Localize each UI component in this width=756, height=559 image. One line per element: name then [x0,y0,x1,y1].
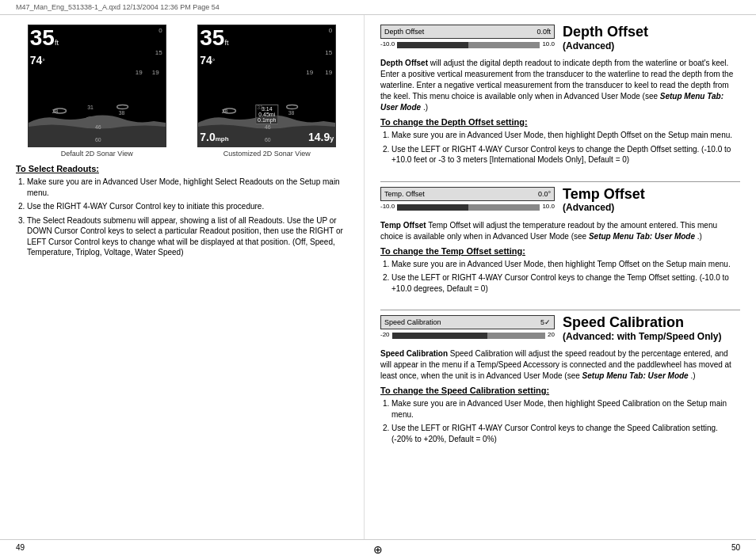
temp-offset-max: 10.0 [542,203,555,212]
speed-calibration-section: Speed Calibration 5✓ -20 20 [380,315,740,449]
temp-offset-box-value: 0.0° [535,190,554,198]
speed-cal-step-1: Make sure you are in Advanced User Mode,… [391,398,740,420]
temp-offset-header-row: Temp. Offset 0.0° -10.0 10.0 [380,187,740,217]
custom-temp-unit: ° [212,58,216,66]
depth-offset-menu-display: Depth Offset 0.0ft -10.0 10.0 [380,25,555,55]
custom-waypoint: 14.9y [308,131,334,143]
depth-offset-body: Depth Offset will adjust the digital dep… [380,58,740,113]
depth-offset-step-1: Make sure you are in Advanced User Mode,… [391,130,740,141]
temp-offset-min: -10.0 [380,203,395,212]
select-readouts-section: To Select Readouts: Make sure you are in… [16,164,348,263]
speed-cal-step-2: Use the LEFT or RIGHT 4-WAY Cursor Contr… [391,423,740,444]
speed-cal-body-italic: Setup Menu Tab: User Mode [582,371,689,380]
temp-offset-step-2: Use the LEFT or RIGHT 4-WAY Cursor Contr… [391,272,740,294]
custom-speed-unit: mph [216,135,229,143]
svg-text:46: 46 [95,124,101,130]
custom-temp-num: 74 [200,54,212,67]
temp-offset-steps: Make sure you are in Advanced User Mode,… [380,259,740,295]
speed-cal-header-row: Speed Calibration 5✓ -20 20 [380,315,740,345]
custom-depth-unit: ft [224,39,228,47]
default-terrain-svg: 28 31 38 46 60 [29,75,166,146]
svg-text:31: 31 [87,105,94,110]
default-sonar-screen: 35 ft 74 ° 0 15 19 19 [28,25,166,147]
speed-cal-max: 20 [548,331,555,340]
customized-sonar-caption: Customized 2D Sonar View [223,150,311,158]
sonar-images: 35 ft 74 ° 0 15 19 19 [16,25,348,158]
customized-sonar-screen: 35 ft 74 ° 0 15 19 19 [197,25,336,147]
page-container: M47_Man_Eng_531338-1_A.qxd 12/13/2004 12… [0,0,756,559]
svg-point-10 [287,105,298,109]
temp-offset-body-italic: Setup Menu Tab: User Mode [589,232,695,241]
depth-offset-scale: -10.0 10.0 [380,40,555,50]
speed-cal-steps: Make sure you are in Advanced User Mode,… [380,398,740,444]
depth-offset-step-2: Use the LEFT or RIGHT 4-WAY Cursor Contr… [391,144,740,165]
speed-cal-box-value: 5✓ [537,318,554,326]
svg-point-2 [116,105,128,109]
speed-cal-heading: Speed Calibration [563,315,740,331]
custom-scale-top: 0 [329,27,332,34]
custom-waypoint-num: 14.9 [308,131,330,143]
speed-cal-box-label: Speed Calibration [381,318,445,326]
depth-offset-section: Depth Offset 0.0ft -10.0 10.0 [380,25,740,170]
depth-offset-box: Depth Offset 0.0ft [380,25,555,39]
temp-offset-menu-display: Temp. Offset 0.0° -10.0 10.0 [380,187,555,217]
speed-cal-scale: -20 20 [380,331,555,340]
custom-small-info: 3:140.45mi0.1mph [255,105,278,124]
speed-cal-box: Speed Calibration 5✓ [380,315,555,329]
left-page-num: 49 [16,543,25,556]
temp-offset-scale: -10.0 10.0 [380,203,555,212]
depth-offset-change-title: To change the Depth Offset setting: [380,117,740,127]
divider-1 [380,181,740,182]
center-mark: ⊕ [373,543,383,556]
svg-text:46: 46 [265,124,271,130]
depth-offset-header-row: Depth Offset 0.0ft -10.0 10.0 [380,25,740,55]
temp-offset-heading-text: Temp Offset (Advanced) [563,187,740,214]
speed-cal-change-title: To change the Speed Calibration setting: [380,386,740,395]
default-scale-top: 0 [158,27,162,34]
default-sonar-caption: Default 2D Sonar View [61,150,133,158]
temp-offset-box: Temp. Offset 0.0° [380,187,555,201]
temp-offset-change-title: To change the Temp Offset setting: [380,246,740,256]
main-content: 35 ft 74 ° 0 15 19 19 [0,15,756,539]
select-readouts-step-2: Use the RIGHT 4-WAY Cursor Control key t… [27,201,348,212]
default-temp-num: 74 [30,54,43,67]
temp-offset-section: Temp. Offset 0.0° -10.0 10.0 [380,187,740,299]
custom-depth-num: 35 [200,27,224,49]
svg-text:60: 60 [265,137,271,143]
custom-speed: 7.0mph [200,131,228,143]
default-scale-1: 15 [155,49,162,56]
custom-scale-15: 15 [325,49,332,56]
speed-cal-body-bold: Speed Calibration [380,349,448,358]
custom-depth-display: 35 ft [200,27,228,49]
temp-offset-body-bold: Temp Offset [380,221,426,230]
customized-sonar-container: 35 ft 74 ° 0 15 19 19 [197,25,336,158]
divider-2 [380,310,740,310]
custom-temp-display: 74 ° [200,54,215,67]
speed-cal-min: -20 [380,331,390,340]
select-readouts-list: Make sure you are in Advanced User Mode,… [16,177,348,258]
custom-speed-num: 7.0 [200,131,215,143]
page-header: M47_Man_Eng_531338-1_A.qxd 12/13/2004 12… [0,0,756,15]
temp-offset-box-label: Temp. Offset [381,190,428,198]
depth-offset-heading: Depth Offset [563,25,740,40]
temp-offset-subheading: (Advanced) [563,202,740,213]
default-depth-display: 35 ft [30,27,59,49]
depth-offset-max: 10.0 [542,40,555,50]
depth-offset-steps: Make sure you are in Advanced User Mode,… [380,130,740,165]
speed-cal-body: Speed Calibration Speed Calibration will… [380,348,740,382]
speed-cal-heading-text: Speed Calibration (Advanced: with Temp/S… [563,315,740,342]
speed-cal-body-end: .) [690,371,695,380]
left-page: 35 ft 74 ° 0 15 19 19 [0,15,365,539]
svg-text:60: 60 [95,137,101,143]
svg-text:38: 38 [118,110,124,116]
default-depth-num: 35 [30,27,55,49]
temp-offset-body-end: .) [697,232,702,241]
depth-offset-body-end: .) [423,103,428,112]
svg-text:28: 28 [222,108,228,114]
page-footer: 49 ⊕ 50 [0,539,756,559]
default-depth-unit: ft [55,39,59,47]
default-temp-display: 74 ° [30,54,45,67]
temp-offset-body: Temp Offset Temp Offset will adjust the … [380,220,740,242]
default-sonar-container: 35 ft 74 ° 0 15 19 19 [28,25,166,158]
right-page: Depth Offset 0.0ft -10.0 10.0 [365,15,756,539]
